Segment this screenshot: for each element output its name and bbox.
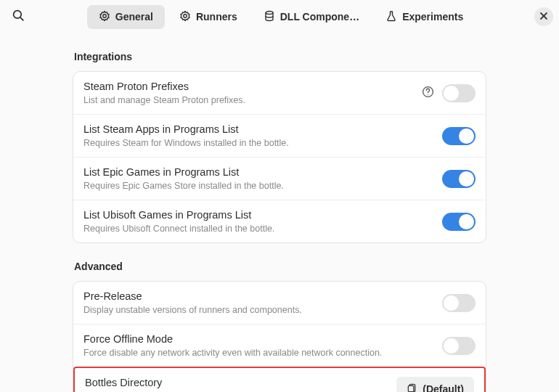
- row-text: Bottles Directory Directory that contain…: [85, 376, 389, 392]
- row-force-offline: Force Offline Mode Force disable any net…: [73, 324, 486, 367]
- svg-line-1: [20, 17, 23, 21]
- row-text: Force Offline Mode Force disable any net…: [83, 332, 435, 359]
- preferences-window: General Runners: [0, 0, 559, 392]
- row-title: List Steam Apps in Programs List: [83, 123, 435, 136]
- switch-pre-release[interactable]: [442, 294, 476, 312]
- group-integrations: Steam Proton Prefixes List and manage St…: [73, 71, 486, 243]
- question-icon: [422, 86, 434, 101]
- svg-point-4: [266, 11, 273, 14]
- row-subtitle: List and manage Steam Proton prefixes.: [83, 94, 413, 106]
- row-title: Pre-Release: [83, 290, 435, 303]
- switch-force-offline[interactable]: [442, 337, 476, 355]
- close-icon: [539, 12, 548, 23]
- row-title: List Epic Games in Programs List: [83, 166, 435, 179]
- search-button[interactable]: [6, 4, 30, 29]
- row-epic-games: List Epic Games in Programs List Require…: [73, 157, 486, 200]
- close-button[interactable]: [534, 7, 553, 26]
- switch-steam-proton[interactable]: [442, 84, 476, 102]
- button-label: (Default): [423, 383, 464, 392]
- flask-icon: [385, 10, 397, 24]
- tab-general[interactable]: General: [87, 5, 165, 29]
- row-subtitle: Force disable any network activity even …: [83, 347, 435, 359]
- bottles-directory-button[interactable]: (Default): [396, 377, 474, 392]
- search-icon: [12, 9, 25, 24]
- tab-label: General: [115, 11, 153, 23]
- clipboard-icon: [407, 383, 417, 392]
- svg-point-0: [13, 11, 21, 19]
- row-subtitle: Requires Epic Games Store installed in t…: [83, 180, 435, 192]
- help-button[interactable]: [420, 86, 435, 100]
- row-text: Pre-Release Display unstable versions of…: [83, 290, 435, 316]
- switch-steam-apps[interactable]: [442, 127, 476, 145]
- row-text: List Steam Apps in Programs List Require…: [83, 123, 435, 149]
- svg-point-8: [427, 94, 428, 94]
- svg-rect-10: [409, 385, 415, 391]
- row-title: List Ubisoft Games in Programs List: [83, 208, 435, 222]
- row-bottles-directory: Bottles Directory Directory that contain…: [75, 368, 484, 392]
- tab-runners[interactable]: Runners: [168, 5, 249, 29]
- section-title-integrations: Integrations: [74, 51, 486, 62]
- row-text: List Epic Games in Programs List Require…: [83, 166, 435, 192]
- row-title: Bottles Directory: [85, 376, 389, 390]
- tab-experiments[interactable]: Experiments: [374, 5, 475, 29]
- section-title-advanced: Advanced: [74, 261, 486, 272]
- row-steam-apps: List Steam Apps in Programs List Require…: [73, 114, 486, 157]
- tab-label: Runners: [196, 11, 237, 23]
- svg-point-3: [184, 14, 187, 17]
- row-pre-release: Pre-Release Display unstable versions of…: [73, 282, 486, 324]
- svg-point-2: [103, 14, 106, 17]
- switch-epic-games[interactable]: [442, 170, 476, 188]
- row-text: Steam Proton Prefixes List and manage St…: [83, 80, 413, 106]
- tab-label: DLL Compone…: [280, 11, 359, 23]
- switch-ubisoft-games[interactable]: [442, 213, 476, 231]
- row-subtitle: Display unstable versions of runners and…: [83, 304, 435, 316]
- row-steam-proton-prefixes: Steam Proton Prefixes List and manage St…: [73, 72, 486, 114]
- row-title: Steam Proton Prefixes: [83, 80, 413, 94]
- database-icon: [264, 10, 275, 24]
- highlighted-row: Bottles Directory Directory that contain…: [73, 367, 486, 392]
- row-title: Force Offline Mode: [83, 332, 435, 346]
- row-subtitle: Requires Steam for Windows installed in …: [83, 137, 435, 149]
- row-subtitle: Requires Ubisoft Connect installed in th…: [83, 223, 435, 234]
- gear-icon: [179, 10, 191, 24]
- content-area: Integrations Steam Proton Prefixes List …: [0, 33, 559, 392]
- gear-icon: [99, 10, 110, 24]
- tab-label: Experiments: [402, 11, 463, 23]
- group-advanced: Pre-Release Display unstable versions of…: [73, 281, 486, 392]
- row-ubisoft-games: List Ubisoft Games in Programs List Requ…: [73, 200, 486, 242]
- tab-switcher: General Runners: [33, 5, 529, 29]
- headerbar: General Runners: [0, 0, 559, 33]
- row-text: List Ubisoft Games in Programs List Requ…: [83, 208, 435, 234]
- tab-dll-components[interactable]: DLL Compone…: [252, 5, 371, 29]
